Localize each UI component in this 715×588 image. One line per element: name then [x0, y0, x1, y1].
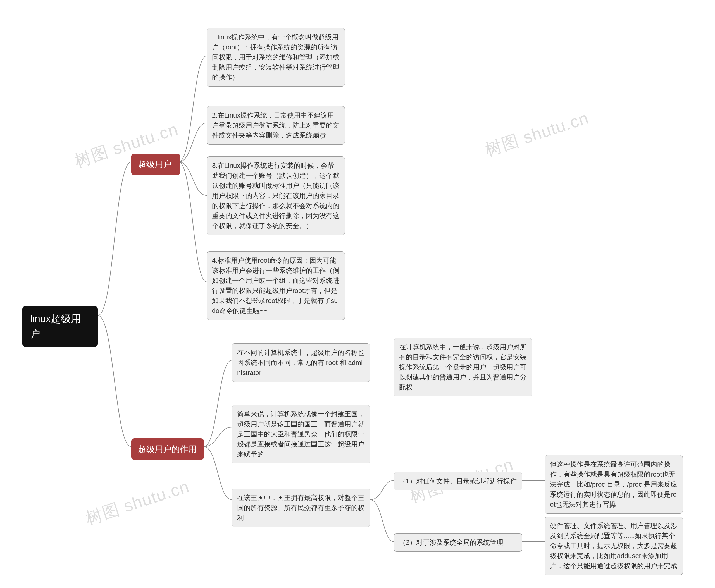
leaf-b2-2[interactable]: 简单来说，计算机系统就像一个封建王国，超级用户就是该王国的国王，而普通用户就是王… — [232, 405, 370, 463]
leaf-b2-3-1-1[interactable]: 但这种操作是在系统最高许可范围内的操作，有些操作就是具有超级权限的root也无法… — [545, 455, 683, 514]
leaf-b1-4[interactable]: 4.标准用户使用root命令的原因：因为可能该标准用户会进行一些系统维护的工作（… — [207, 251, 345, 320]
leaf-b2-1-1[interactable]: 在计算机系统中，一般来说，超级用户对所有的目录和文件有完全的访问权，它是安装操作… — [394, 338, 532, 397]
leaf-b2-1[interactable]: 在不同的计算机系统中，超级用户的名称也因系统不同而不同，常见的有 root 和 … — [232, 343, 370, 382]
leaf-b1-2[interactable]: 2.在Linux操作系统，日常使用中不建议用户登录超级用户登陆系统，防止对重要的… — [207, 106, 345, 145]
leaf-b2-3-1[interactable]: （1）对任何文件、目录或进程进行操作 — [394, 472, 522, 490]
branch-super-user-role[interactable]: 超级用户的作用 — [131, 438, 204, 460]
watermark: 树图 shutu.cn — [482, 107, 592, 161]
branch-super-user[interactable]: 超级用户 — [131, 153, 180, 175]
leaf-b1-1[interactable]: 1.linux操作系统中，有一个概念叫做超级用户（root）：拥有操作系统的资源… — [207, 28, 345, 87]
leaf-b2-3-2[interactable]: （2）对于涉及系统全局的系统管理 — [394, 533, 522, 552]
leaf-b2-3[interactable]: 在该王国中，国王拥有最高权限，对整个王国的所有资源、所有民众都有生杀予夺的权利 — [232, 489, 370, 527]
leaf-b1-3[interactable]: 3.在Linux操作系统进行安装的时候，会帮助我们创建一个账号（默认创建），这个… — [207, 156, 345, 235]
watermark: 树图 shutu.cn — [83, 475, 192, 530]
leaf-b2-3-2-1[interactable]: 硬件管理、文件系统管理、用户管理以及涉及到的系统全局配置等等......如果执行… — [545, 517, 683, 575]
root-node[interactable]: linux超级用户 — [22, 306, 98, 347]
